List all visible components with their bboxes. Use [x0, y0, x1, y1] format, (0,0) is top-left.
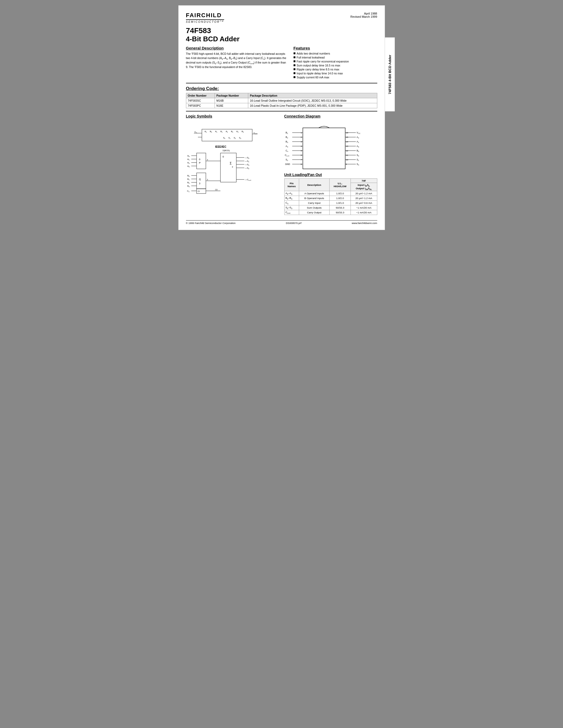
connection-diagram-section: Connection Diagram B1 1 B2 2 [284, 114, 377, 173]
svg-text:S0: S0 [357, 154, 359, 157]
svg-text:GND: GND [285, 163, 290, 165]
logic-symbols-heading: Logic Symbols [186, 114, 279, 118]
pin-desc: Sum Outputs [299, 205, 329, 210]
svg-text:11: 11 [346, 154, 348, 156]
svg-text:S1: S1 [228, 137, 230, 139]
svg-text:Cn+4: Cn+4 [285, 154, 289, 157]
feature-item: Adds two decimal numbers [294, 52, 377, 55]
package-desc: 16-Lead Small Outline Intergrated Circui… [248, 98, 377, 103]
svg-text:B1: B1 [286, 131, 288, 134]
svg-text:S2: S2 [234, 137, 236, 139]
connection-diagram-heading: Connection Diagram [284, 114, 377, 118]
svg-text:4: 4 [301, 145, 302, 147]
unit-loading-section: Unit Loading/Fan Out PinNames Descriptio… [284, 173, 377, 215]
bottom-section: Logic Symbols Cn A0 B0 A1 B1 [186, 114, 377, 215]
header-date: April 1988 Revised March 1999 [351, 12, 377, 18]
col-pin-names: PinNames [284, 179, 299, 191]
copyright: © 1999 Fairchild Semiconductor Corporati… [186, 222, 236, 224]
svg-rect-66 [303, 128, 345, 169]
side-tab: 74F583 4-Bit BCD Adder [385, 37, 395, 111]
pin-names: Cn+4 [284, 210, 299, 215]
logic-symbols-section: Logic Symbols Cn A0 B0 A1 B1 [186, 114, 279, 215]
svg-text:S3: S3 [357, 163, 359, 166]
svg-text:—S1: —S1 [245, 160, 249, 163]
package-desc: 16-Lead Plastic Dual-In-Line Package (PD… [248, 103, 377, 108]
svg-text:B1: B1 [187, 178, 190, 181]
current-val: 20 μA/−1.2 mA [351, 196, 377, 201]
svg-text:A0: A0 [187, 155, 190, 157]
ul-val: 50/33.3 [330, 205, 351, 210]
svg-text:8: 8 [301, 163, 302, 165]
svg-text:2: 2 [301, 136, 302, 138]
side-tab-text: 74F583 4-Bit BCD Adder [388, 55, 392, 94]
right-column: Connection Diagram B1 1 B2 2 [284, 114, 377, 215]
svg-text:—S3: —S3 [245, 163, 249, 166]
svg-text:7: 7 [301, 159, 302, 161]
general-desc-text: The 'F583 high-speed 4-bit, BCD full add… [186, 52, 288, 69]
svg-text:A2: A2 [357, 136, 359, 139]
svg-text:Cn: Cn [286, 149, 288, 152]
svg-text:B2: B2 [187, 181, 190, 184]
svg-text:S0: S0 [223, 137, 225, 139]
svg-text:B1: B1 [220, 130, 222, 133]
pin-desc: Carry Input [299, 200, 329, 205]
svg-text:Cn: Cn [187, 190, 189, 192]
svg-text:1: 1 [301, 132, 302, 134]
doc-number: DS009570.prf [286, 222, 302, 224]
svg-text:S1: S1 [357, 158, 359, 161]
svg-text:A3: A3 [187, 165, 190, 168]
pin-names: A0–A3 [284, 191, 299, 196]
svg-text:15: 15 [346, 136, 348, 138]
col-74f-io: Input IIH/IILOutput IOH/IOL [351, 183, 377, 191]
table-row: B0–B3 B Operand Inputs 1.0/2.0 20 μA/−1.… [284, 196, 377, 201]
current-val: −1 mA/20 mA [351, 210, 377, 215]
svg-text:B3: B3 [241, 130, 244, 133]
svg-text:C0: C0 [215, 189, 217, 191]
svg-text:S2: S2 [286, 158, 288, 161]
svg-text:—S2: —S2 [245, 167, 249, 169]
svg-text:13: 13 [346, 145, 348, 147]
features-list: Adds two decimal numbers Full internal l… [294, 52, 377, 79]
ordering-section: Ordering Code: Order Number Package Numb… [186, 86, 377, 111]
svg-text:B3: B3 [187, 185, 190, 187]
connection-diagram: B1 1 B2 2 B3 3 A3 4 Cn 5 [284, 120, 367, 172]
ul-val: 1.0/1.0 [330, 200, 351, 205]
ul-val: 1.0/2.0 [330, 196, 351, 201]
svg-text:A0: A0 [204, 130, 207, 133]
logo: FAIRCHILD SEMICONDUCTORTM [186, 12, 224, 23]
svg-text:6: 6 [301, 154, 302, 156]
pin-desc: B Operand Inputs [299, 196, 329, 201]
svg-text:A1: A1 [215, 130, 217, 133]
svg-text:A2: A2 [226, 130, 228, 133]
svg-text:14: 14 [346, 141, 348, 143]
svg-text:A1: A1 [187, 158, 190, 161]
order-number: 74F583PC [186, 103, 214, 108]
svg-text:3: 3 [199, 182, 200, 185]
table-row: 74F583PC N16E 16-Lead Plastic Dual-In-Li… [186, 103, 377, 108]
logic-symbols-diagram: Cn A0 B0 A1 B1 A2 B2 A3 B3 S0 S1 S2 [186, 120, 271, 202]
table-row: Cn+4 Carry Output 50/33.3 −1 mA/20 mA [284, 210, 377, 215]
footer: © 1999 Fairchild Semiconductor Corporati… [186, 220, 377, 224]
pin-names: B0–B3 [284, 196, 299, 201]
svg-text:12: 12 [346, 150, 348, 152]
features-section: Features Adds two decimal numbers Full i… [294, 46, 377, 80]
current-val: 20 μA/−0.6 mA [351, 200, 377, 205]
unit-loading-heading: Unit Loading/Fan Out [284, 173, 377, 177]
document-page: 74F583 4-Bit BCD Adder FAIRCHILD SEMICON… [178, 5, 385, 230]
package-number: N16E [214, 103, 248, 108]
svg-text:Σ: Σ [230, 161, 231, 165]
chip-part-number: 74F583 [186, 26, 377, 35]
general-desc-heading: General Description [186, 46, 288, 50]
svg-text:16: 16 [346, 132, 348, 134]
ordering-col-header: Order Number [186, 93, 214, 98]
col-ul: U.L.HIGH/LOW [330, 179, 351, 191]
feature-item: Supply current 60 mA max [294, 76, 377, 79]
pin-names: S0–S3 [284, 205, 299, 210]
logo-sub: SEMICONDUCTORTM [186, 20, 224, 23]
svg-text:B0: B0 [187, 174, 190, 177]
svg-text:Σ(BCD): Σ(BCD) [222, 149, 230, 152]
table-row: 74F583SC M16B 16-Lead Small Outline Inte… [186, 98, 377, 103]
svg-text:9: 9 [346, 163, 347, 165]
bullet-icon [294, 72, 296, 74]
ordering-col-header: Package Number [214, 93, 248, 98]
